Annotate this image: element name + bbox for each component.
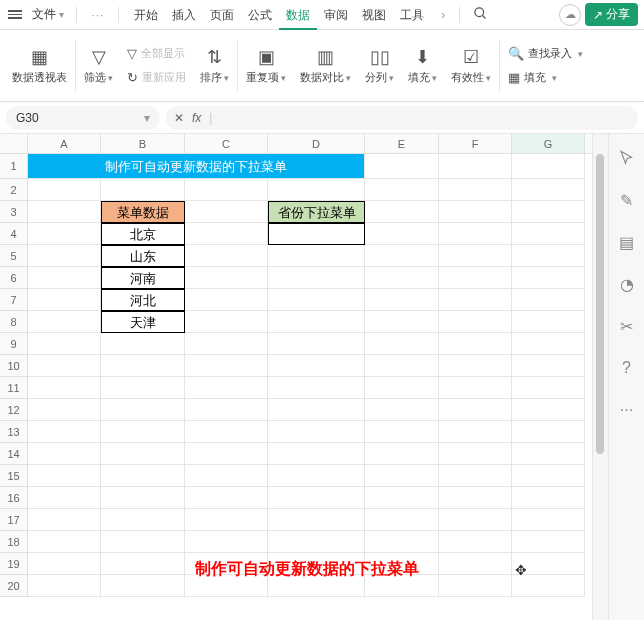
cell[interactable]: 北京: [101, 223, 185, 245]
cell[interactable]: [268, 377, 365, 399]
cell[interactable]: [101, 465, 185, 487]
cell[interactable]: [268, 443, 365, 465]
cell[interactable]: [101, 553, 185, 575]
cell[interactable]: [28, 201, 101, 223]
cell[interactable]: [28, 311, 101, 333]
cell[interactable]: [185, 421, 268, 443]
row-header[interactable]: 2: [0, 179, 28, 201]
col-header-G[interactable]: G: [512, 134, 585, 153]
cell[interactable]: [512, 355, 585, 377]
row-header[interactable]: 1: [0, 154, 28, 179]
cell[interactable]: [268, 509, 365, 531]
row-header[interactable]: 14: [0, 443, 28, 465]
cell[interactable]: [512, 267, 585, 289]
file-menu[interactable]: 文件 ▾: [28, 6, 68, 23]
cell[interactable]: 山东: [101, 245, 185, 267]
select-all-corner[interactable]: [0, 134, 28, 153]
backup-icon[interactable]: ◔: [617, 274, 637, 294]
cell[interactable]: [439, 245, 512, 267]
cell[interactable]: [439, 311, 512, 333]
cell[interactable]: [365, 245, 439, 267]
cell[interactable]: [28, 399, 101, 421]
cell[interactable]: [185, 355, 268, 377]
cell[interactable]: [185, 311, 268, 333]
row-header[interactable]: 15: [0, 465, 28, 487]
more-icon[interactable]: ···: [85, 8, 110, 22]
cell[interactable]: [28, 553, 101, 575]
cell[interactable]: [439, 154, 512, 179]
cell[interactable]: [185, 531, 268, 553]
cell[interactable]: [268, 355, 365, 377]
cell[interactable]: [512, 333, 585, 355]
cell[interactable]: [28, 179, 101, 201]
cell[interactable]: [365, 421, 439, 443]
cell[interactable]: [439, 487, 512, 509]
cell[interactable]: [28, 355, 101, 377]
cell[interactable]: [101, 355, 185, 377]
title-cell[interactable]: 制作可自动更新数据的下拉菜单: [28, 154, 365, 179]
cell[interactable]: [439, 333, 512, 355]
col-header-C[interactable]: C: [185, 134, 268, 153]
row-header[interactable]: 13: [0, 421, 28, 443]
row-header[interactable]: 12: [0, 399, 28, 421]
cell[interactable]: [512, 443, 585, 465]
row-header[interactable]: 16: [0, 487, 28, 509]
cell[interactable]: [185, 223, 268, 245]
row-header[interactable]: 4: [0, 223, 28, 245]
cell[interactable]: [185, 245, 268, 267]
col-header-D[interactable]: D: [268, 134, 365, 153]
tab-公式[interactable]: 公式: [241, 0, 279, 30]
cell[interactable]: [28, 377, 101, 399]
cell[interactable]: [268, 465, 365, 487]
cell[interactable]: [439, 531, 512, 553]
cell[interactable]: [512, 154, 585, 179]
properties-icon[interactable]: ▤: [617, 232, 637, 252]
formula-bar[interactable]: ✕ fx |: [166, 106, 638, 130]
tab-页面[interactable]: 页面: [203, 0, 241, 30]
cell[interactable]: [439, 399, 512, 421]
cell[interactable]: [268, 311, 365, 333]
cell[interactable]: [185, 289, 268, 311]
cell[interactable]: [512, 245, 585, 267]
cell[interactable]: [28, 223, 101, 245]
cell[interactable]: [365, 443, 439, 465]
cell[interactable]: [185, 399, 268, 421]
row-header[interactable]: 10: [0, 355, 28, 377]
cell[interactable]: [185, 487, 268, 509]
cell[interactable]: [101, 575, 185, 597]
cell[interactable]: [185, 179, 268, 201]
cell[interactable]: [28, 465, 101, 487]
row-header[interactable]: 5: [0, 245, 28, 267]
cell[interactable]: [365, 223, 439, 245]
cell[interactable]: [185, 509, 268, 531]
cell[interactable]: [365, 377, 439, 399]
cell[interactable]: [439, 267, 512, 289]
row-header[interactable]: 9: [0, 333, 28, 355]
cell[interactable]: [28, 575, 101, 597]
cell[interactable]: [28, 509, 101, 531]
help-icon[interactable]: ?: [617, 358, 637, 378]
vertical-scrollbar[interactable]: [592, 134, 608, 620]
cell[interactable]: [512, 421, 585, 443]
cell[interactable]: [101, 377, 185, 399]
cell[interactable]: [365, 355, 439, 377]
tab-插入[interactable]: 插入: [165, 0, 203, 30]
cell[interactable]: [28, 443, 101, 465]
cell[interactable]: [512, 509, 585, 531]
cell[interactable]: [28, 531, 101, 553]
cell[interactable]: [185, 443, 268, 465]
filter-button[interactable]: ▽ 筛选▾: [84, 46, 113, 85]
cell[interactable]: [185, 267, 268, 289]
fill-button[interactable]: ⬇ 填充▾: [408, 46, 437, 85]
search-icon[interactable]: [468, 6, 492, 24]
cell[interactable]: [439, 575, 512, 597]
cell[interactable]: [365, 333, 439, 355]
cell[interactable]: [512, 289, 585, 311]
cell[interactable]: [101, 421, 185, 443]
split-button[interactable]: ▯▯ 分列▾: [365, 46, 394, 85]
row-header[interactable]: 19: [0, 553, 28, 575]
cell[interactable]: [439, 421, 512, 443]
share-button[interactable]: ↗ 分享: [585, 3, 638, 26]
cell[interactable]: [268, 245, 365, 267]
cell[interactable]: [439, 179, 512, 201]
